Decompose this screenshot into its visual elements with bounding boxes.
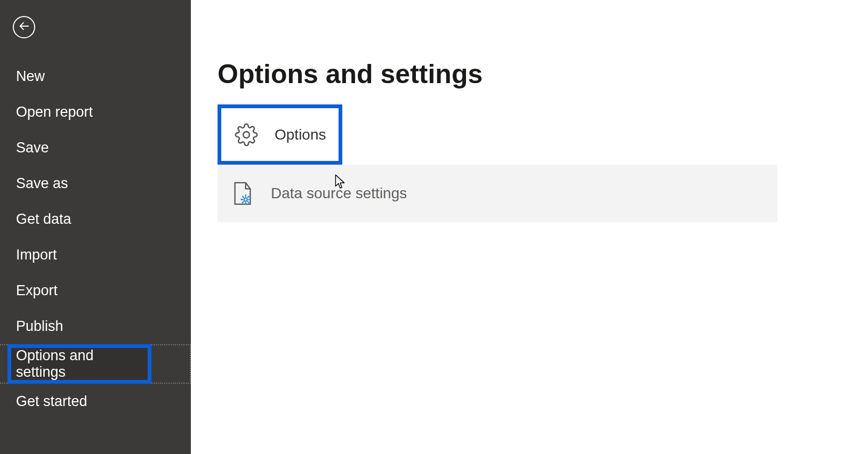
sidebar-item-options-and-settings[interactable]: Options and settings (7, 344, 151, 384)
document-gear-icon (230, 181, 255, 206)
sidebar-item-save[interactable]: Save (0, 130, 191, 166)
options-label: Options (275, 126, 326, 143)
sidebar-item-label: Open report (16, 104, 93, 120)
sidebar-item-import[interactable]: Import (0, 237, 191, 273)
sidebar-item-label: Options and settings (16, 347, 136, 380)
sidebar-item-export[interactable]: Export (0, 273, 191, 309)
sidebar-item-save-as[interactable]: Save as (0, 166, 191, 201)
sidebar-item-label: Publish (16, 318, 63, 335)
data-source-settings-label: Data source settings (271, 185, 407, 202)
main-panel: Options and settings Options Data source… (191, 0, 868, 454)
sidebar-item-open-report[interactable]: Open report (0, 94, 191, 130)
sidebar-item-label: Get data (16, 211, 71, 228)
sidebar-item-label: Save (16, 140, 49, 156)
gear-icon (234, 123, 259, 147)
sidebar-item-publish[interactable]: Publish (0, 309, 191, 344)
svg-point-2 (244, 198, 247, 201)
svg-point-1 (243, 132, 250, 138)
sidebar-item-new[interactable]: New (0, 59, 191, 94)
sidebar-item-label: Save as (16, 175, 68, 192)
sidebar-item-label: Import (16, 247, 57, 263)
data-source-settings-button[interactable]: Data source settings (218, 165, 777, 222)
sidebar-item-label: Get started (16, 393, 87, 410)
page-title: Options and settings (218, 59, 841, 90)
sidebar-item-options-and-settings-wrapper: Options and settings (0, 344, 191, 384)
sidebar-item-get-started[interactable]: Get started (0, 384, 191, 419)
arrow-left-icon (18, 20, 30, 34)
sidebar-item-label: New (16, 68, 45, 85)
file-menu-sidebar: New Open report Save Save as Get data Im… (0, 0, 191, 454)
options-button[interactable]: Options (218, 104, 342, 165)
back-button[interactable] (13, 16, 35, 38)
sidebar-item-label: Export (16, 282, 58, 299)
sidebar-item-get-data[interactable]: Get data (0, 201, 191, 237)
